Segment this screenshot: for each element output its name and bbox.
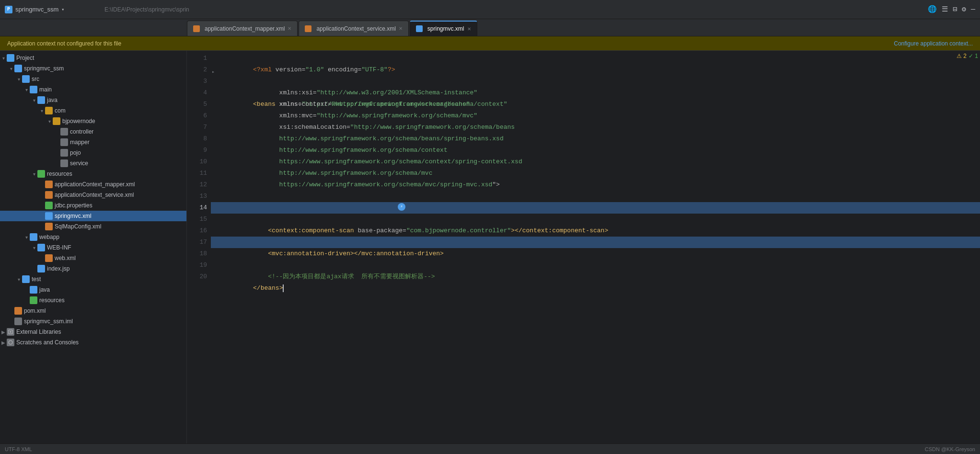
- structure-icon[interactable]: ☰: [942, 5, 948, 14]
- minus-icon[interactable]: —: [971, 5, 975, 13]
- label-src: src: [32, 76, 39, 82]
- ln-17: 17: [187, 237, 207, 248]
- ln-13: 13: [187, 191, 207, 202]
- sidebar-item-jdbc[interactable]: ▾ jdbc.properties: [0, 200, 186, 211]
- icon-project: [7, 54, 14, 62]
- sidebar-item-extlibs[interactable]: ▶ External Libraries: [0, 327, 186, 337]
- label-bjpowernode: bjpowernode: [62, 118, 95, 125]
- label-appmapper: applicationContext_mapper.xml: [55, 181, 135, 188]
- sidebar-item-testjava[interactable]: ▾ java: [0, 284, 186, 295]
- tab-icon-3: [416, 25, 423, 32]
- sidebar-item-sqlmap[interactable]: ▾ SqlMapConfig.xml: [0, 221, 186, 232]
- label-service: service: [70, 160, 88, 167]
- code-line-1: <?xml version="1.0" encoding="UTF-8"?>: [211, 53, 980, 64]
- code-content[interactable]: <?xml version="1.0" encoding="UTF-8"?> ▸…: [211, 51, 980, 443]
- sidebar-item-pojo[interactable]: ▾ pojo: [0, 148, 186, 158]
- project-icon: P: [5, 6, 12, 13]
- arrow-webinf: ▾: [31, 245, 37, 250]
- globe-icon[interactable]: 🌐: [928, 5, 937, 14]
- icon-com: [45, 107, 53, 114]
- code-line-2: ▸ <beans xmlns="http://www.springframewo…: [211, 64, 980, 76]
- code-area[interactable]: 1 2 3 4 5 6 7 8 9 10 11 12 13 14 15 16 1…: [187, 51, 980, 443]
- sidebar-item-test[interactable]: ▾ test: [0, 274, 186, 284]
- label-pom: pom.xml: [24, 307, 46, 314]
- sidebar: ▾ Project ▾ springmvc_ssm ▾ src ▾ main: [0, 51, 187, 443]
- tab-close-3[interactable]: ✕: [467, 26, 471, 32]
- icon-mapper: [60, 138, 68, 146]
- notification-bar: Application context not configured for t…: [0, 36, 980, 51]
- code-line-14: ⚡ <context:component-scan base-package="…: [211, 202, 980, 214]
- tab-applicationcontext-mapper[interactable]: applicationContext_mapper.xml ✕: [187, 21, 298, 36]
- layout-icon[interactable]: ⊟: [953, 5, 957, 14]
- sidebar-item-resources[interactable]: ▾ resources: [0, 169, 186, 179]
- arrow-springmvc-ssm: ▾: [8, 66, 14, 71]
- tab-close-1[interactable]: ✕: [288, 26, 291, 31]
- ln-6: 6: [187, 110, 207, 122]
- sidebar-item-springmvc-ssm[interactable]: ▾ springmvc_ssm: [0, 63, 186, 74]
- icon-bjpowernode: [53, 117, 60, 125]
- ln-1: 1: [187, 53, 207, 64]
- code-line-12: [211, 179, 980, 191]
- bottom-status: UTF-8 XML: [5, 446, 32, 452]
- project-name: springmvc_ssm: [15, 6, 58, 13]
- main-area: ▾ Project ▾ springmvc_ssm ▾ src ▾ main: [0, 51, 980, 443]
- label-ssmiml: springmvc_ssm.iml: [24, 318, 73, 325]
- sidebar-item-com[interactable]: ▾ com: [0, 105, 186, 116]
- arrow-scratches: ▶: [0, 340, 7, 345]
- ln-7: 7: [187, 122, 207, 133]
- sidebar-item-bjpowernode[interactable]: ▾ bjpowernode: [0, 116, 186, 126]
- sidebar-item-controller[interactable]: ▾ controller: [0, 126, 186, 137]
- label-extlibs: External Libraries: [16, 329, 61, 335]
- sidebar-item-webxml[interactable]: ▾ web.xml: [0, 253, 186, 263]
- sidebar-item-testresources[interactable]: ▾ resources: [0, 295, 186, 306]
- bottom-bar: UTF-8 XML CSDN @KK-Greyson: [0, 443, 980, 454]
- label-scratches: Scratches and Consoles: [16, 339, 79, 346]
- watermark: CSDN @KK-Greyson: [925, 446, 975, 452]
- sidebar-item-webapp[interactable]: ▾ webapp: [0, 232, 186, 242]
- project-path: E:\IDEA\Projects\springmvc\sprin: [104, 6, 189, 13]
- sidebar-item-scratches[interactable]: ▶ Scratches and Consoles: [0, 337, 186, 348]
- code-line-18: [211, 248, 980, 260]
- icon-appmapper: [45, 181, 53, 188]
- sidebar-item-appservice[interactable]: ▾ applicationContext_service.xml: [0, 190, 186, 200]
- label-webxml: web.xml: [55, 255, 76, 261]
- sidebar-item-ssmiml[interactable]: ▾ springmvc_ssm.iml: [0, 316, 186, 327]
- label-sqlmap: SqlMapConfig.xml: [55, 223, 101, 230]
- label-controller: controller: [70, 128, 93, 135]
- sidebar-item-java[interactable]: ▾ java: [0, 95, 186, 105]
- icon-springmvc-ssm: [14, 65, 22, 72]
- code-line-4: xmlns:context="http://www.springframewor…: [211, 87, 980, 99]
- tab-springmvc[interactable]: springmvc.xml ✕: [410, 21, 477, 36]
- sidebar-item-pom[interactable]: ▾ pom.xml: [0, 306, 186, 316]
- tab-close-2[interactable]: ✕: [399, 26, 403, 31]
- icon-webxml: [45, 254, 53, 262]
- icon-pom: [14, 307, 22, 315]
- settings-icon[interactable]: ⚙: [962, 5, 966, 14]
- arrow-src: ▾: [15, 77, 22, 82]
- code-line-17: <mvc:annotation-driven></mvc:annotation-…: [211, 237, 980, 248]
- project-dropdown[interactable]: ▾: [61, 7, 64, 12]
- sidebar-item-appmapper[interactable]: ▾ applicationContext_mapper.xml: [0, 179, 186, 190]
- sidebar-item-springmvc-xml[interactable]: ▾ springmvc.xml: [0, 211, 186, 221]
- code-line-8: http://www.springframework.org/schema/co…: [211, 133, 980, 145]
- arrow-extlibs: ▶: [0, 329, 7, 335]
- icon-springmvc-xml: [45, 212, 53, 220]
- icon-extlibs: [7, 328, 14, 336]
- sidebar-item-main[interactable]: ▾ main: [0, 84, 186, 95]
- icon-test: [22, 275, 30, 283]
- sidebar-item-project[interactable]: ▾ Project: [0, 53, 186, 63]
- code-line-5: xmlns:mvc="http://www.springframework.or…: [211, 99, 980, 110]
- configure-link[interactable]: Configure application context...: [894, 40, 973, 47]
- code-line-7: http://www.springframework.org/schema/be…: [211, 122, 980, 133]
- label-webapp: webapp: [39, 234, 59, 240]
- sidebar-item-src[interactable]: ▾ src: [0, 74, 186, 84]
- sidebar-item-service[interactable]: ▾ service: [0, 158, 186, 169]
- sidebar-item-webinf[interactable]: ▾ WEB-INF: [0, 242, 186, 253]
- sidebar-item-mapper[interactable]: ▾ mapper: [0, 137, 186, 148]
- icon-indexjsp: [37, 265, 45, 272]
- tab-applicationcontext-service[interactable]: applicationContext_service.xml ✕: [299, 21, 408, 36]
- label-springmvc-xml: springmvc.xml: [55, 213, 92, 219]
- sidebar-item-indexjsp[interactable]: ▾ index.jsp: [0, 263, 186, 274]
- ln-10: 10: [187, 156, 207, 168]
- ln-2: 2: [187, 64, 207, 76]
